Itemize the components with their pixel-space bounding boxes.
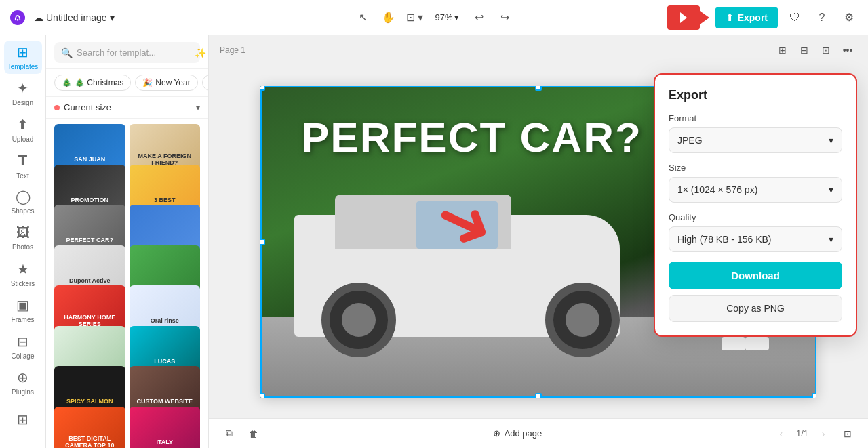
fit-view-btn[interactable]: ⊡ <box>838 424 857 443</box>
settings-icon-btn[interactable]: ⚙ <box>838 7 860 28</box>
export-panel-title: Export <box>669 88 842 102</box>
topbar-left: ☁ Untitled image ▾ <box>34 12 660 23</box>
filter-chip-newyear[interactable]: 🎉 New Year <box>135 75 197 91</box>
arrow-right-icon <box>680 12 687 23</box>
shield-icon-btn[interactable]: 🛡 <box>784 7 806 28</box>
design-icon: ✦ <box>17 80 28 96</box>
rear-wheel-hub <box>566 303 599 337</box>
shapes-icon: ◯ <box>16 188 31 205</box>
bottom-bar-center: ⊕ Add page <box>485 424 551 443</box>
filter-chip-christmas[interactable]: 🎄 🎄 Christmas <box>54 75 131 91</box>
export-quality-label: Quality <box>669 212 842 222</box>
search-input[interactable] <box>77 47 191 58</box>
shoe-right <box>745 337 769 350</box>
sidebar-item-plugins[interactable]: ⊕ Plugins <box>4 366 42 399</box>
more-options-btn[interactable]: ••• <box>838 41 857 60</box>
canva-logo[interactable] <box>8 8 27 27</box>
export-quality-chevron-icon: ▾ <box>829 234 833 245</box>
doc-title[interactable]: ☁ Untitled image ▾ <box>34 12 115 23</box>
stickers-icon: ★ <box>17 261 29 277</box>
add-page-label: Add page <box>505 428 542 439</box>
sidebar-item-shapes[interactable]: ◯ Shapes <box>4 185 42 218</box>
zoom-btn[interactable]: 97% ▾ <box>429 9 464 25</box>
plugins-icon: ⊕ <box>17 369 28 386</box>
text-icon: T <box>18 152 27 169</box>
sidebar-item-more[interactable]: ⊞ <box>4 402 42 437</box>
canvas-area: Page 1 ⊞ ⊟ ⊡ ••• <box>209 35 868 448</box>
canvas-main-text: PERFECT CAR? <box>301 113 642 161</box>
export-size-value: 1× (1024 × 576 px) <box>677 184 757 195</box>
copy-page-btn[interactable]: ⧉ <box>220 424 239 443</box>
export-format-label: Format <box>669 113 842 123</box>
export-panel: Export Format JPEG ▾ Size 1× (1024 × 576… <box>654 73 857 337</box>
export-size-chevron-icon: ▾ <box>829 184 833 195</box>
sidebar-item-photos[interactable]: 🖼 Photos <box>4 221 42 254</box>
sidebar-item-collage[interactable]: ⊟ Collage <box>4 329 42 363</box>
help-icon-btn[interactable]: ? <box>811 7 833 28</box>
hand-tool-btn[interactable]: ✋ <box>378 7 399 28</box>
sidebar-item-text[interactable]: T Text <box>4 149 42 182</box>
topbar: ☁ Untitled image ▾ ↖ ✋ ⊡ ▾ 97% ▾ ↩ ↪ ⬆ E… <box>0 0 868 35</box>
templates-grid: SAN JUAN MAKE A FOREIGN FRIEND? PROMOTIO… <box>46 119 208 448</box>
filter-chip-more[interactable]: Mo... <box>202 75 208 91</box>
export-format-chevron-icon: ▾ <box>829 135 833 146</box>
display-btn[interactable]: ⊡ <box>816 41 835 60</box>
collage-icon: ⊟ <box>17 333 28 350</box>
main-layout: ⊞ Templates ✦ Design ⬆ Upload T Text ◯ S… <box>0 35 868 448</box>
search-box[interactable]: 🔍 ✨ ▦ <box>54 42 200 63</box>
wheel-hub <box>342 303 376 337</box>
export-quality-field: Quality High (78 KB - 156 KB) ▾ <box>669 212 842 252</box>
prev-page-btn[interactable]: ‹ <box>772 424 791 443</box>
topbar-center-tools: ↖ ✋ ⊡ ▾ 97% ▾ ↩ ↪ <box>352 7 515 28</box>
topbar-right: ⬆ Export 🛡 ? ⚙ <box>667 5 860 30</box>
undo-btn[interactable]: ↩ <box>469 7 490 28</box>
templates-search-area: 🔍 ✨ ▦ <box>46 35 208 69</box>
sidebar-item-upload[interactable]: ⬆ Upload <box>4 113 42 146</box>
christmas-icon: 🎄 <box>62 78 72 87</box>
export-quality-select[interactable]: High (78 KB - 156 KB) ▾ <box>669 226 842 252</box>
svg-point-0 <box>10 10 25 25</box>
next-page-btn[interactable]: › <box>814 424 833 443</box>
zoom-level-text: 97% <box>435 12 452 22</box>
export-btn[interactable]: ⬆ Export <box>715 7 778 28</box>
red-triangle-icon <box>700 11 709 24</box>
layout-btn[interactable]: ⊟ <box>795 41 814 60</box>
frames-icon: ▣ <box>16 297 29 313</box>
newyear-label: New Year <box>155 78 190 87</box>
quick-filters: 🎄 🎄 Christmas 🎉 New Year Mo... <box>46 69 208 97</box>
add-page-btn[interactable]: ⊕ Add page <box>485 424 551 443</box>
photos-icon: 🖼 <box>16 225 30 241</box>
frame-tool-btn[interactable]: ⊡ ▾ <box>403 7 425 28</box>
newyear-icon: 🎉 <box>142 78 153 87</box>
svg-point-1 <box>17 18 19 20</box>
page-label: Page 1 <box>220 45 245 55</box>
sidebar-item-stickers[interactable]: ★ Stickers <box>4 258 42 291</box>
delete-page-btn[interactable]: 🗑 <box>244 424 263 443</box>
add-page-icon: ⊕ <box>493 428 500 439</box>
export-arrow-indicator <box>667 5 709 30</box>
page-indicator: 1/1 <box>796 428 808 439</box>
christmas-label: 🎄 Christmas <box>75 78 123 87</box>
front-wheel <box>321 283 396 357</box>
upload-icon: ⬆ <box>17 117 28 133</box>
grid-more-icon: ⊞ <box>17 411 28 428</box>
export-quality-value: High (78 KB - 156 KB) <box>677 234 772 245</box>
export-size-select[interactable]: 1× (1024 × 576 px) ▾ <box>669 177 842 203</box>
bottom-bar-right: ‹ 1/1 › ⊡ <box>772 424 857 443</box>
sidebar-item-templates[interactable]: ⊞ Templates <box>4 41 42 74</box>
sidebar-item-frames[interactable]: ▣ Frames <box>4 293 42 327</box>
current-size-bar[interactable]: Current size ▾ <box>46 97 208 119</box>
template-thumb-15[interactable]: BEST DIGITAL CAMERA TOP 10 <box>54 407 125 449</box>
grid-view-btn[interactable]: ⊞ <box>773 41 792 60</box>
redo-btn[interactable]: ↪ <box>494 7 516 28</box>
pointer-tool-btn[interactable]: ↖ <box>352 7 374 28</box>
bottom-bar-left: ⧉ 🗑 <box>220 424 263 443</box>
ai-search-icon[interactable]: ✨ <box>195 47 206 58</box>
export-download-btn[interactable]: Download <box>669 262 842 289</box>
export-format-select[interactable]: JPEG ▾ <box>669 127 842 153</box>
rear-wheel <box>545 283 620 357</box>
export-copy-png-btn[interactable]: Copy as PNG <box>669 295 842 322</box>
sidebar-item-design[interactable]: ✦ Design <box>4 77 42 110</box>
current-size-label: Current size <box>64 102 192 113</box>
template-thumb-16[interactable]: ITALY <box>130 407 201 449</box>
